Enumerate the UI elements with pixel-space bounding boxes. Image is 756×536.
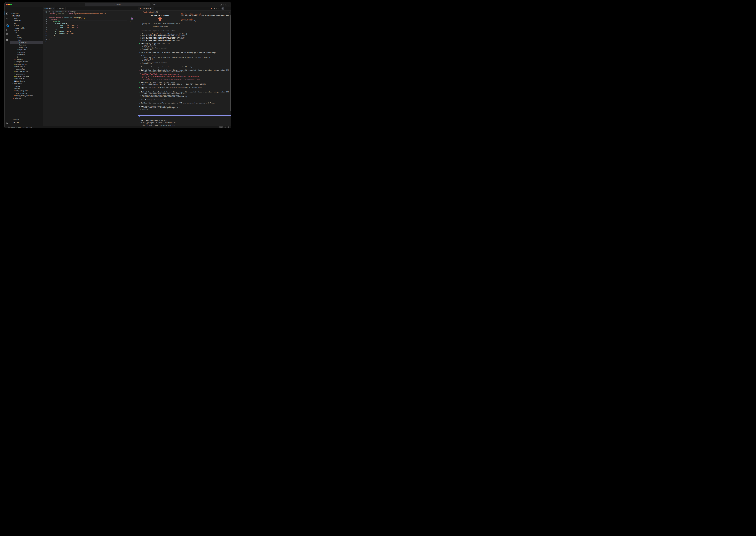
new-terminal-icon[interactable]: +	[214, 8, 215, 9]
status-errors[interactable]: ⊘0	[26, 126, 28, 128]
close-icon[interactable]: ×	[54, 8, 54, 9]
split-terminal-icon[interactable]	[219, 8, 220, 9]
code-editor[interactable]: 123456789101112131415 import { AppShell …	[43, 13, 138, 126]
activity-item-explorer[interactable]	[5, 12, 10, 15]
tree-item-package-json[interactable]: {}package.json	[10, 73, 43, 75]
tab-settings[interactable]: Settings	[55, 7, 66, 11]
branch-icon	[16, 126, 18, 128]
tree-item-globals-css[interactable]: #globals.css	[10, 46, 43, 49]
chevron-right-icon: ›	[14, 27, 15, 29]
status-branch[interactable]: main*	[16, 126, 22, 128]
tree-item-test[interactable]: ›test	[10, 39, 43, 41]
activity-item-claude[interactable]	[5, 38, 10, 42]
activity-item-run-debug[interactable]	[5, 28, 10, 31]
tree-item-page-tsx[interactable]: page.tsx	[10, 41, 43, 44]
panel-more-actions-icon[interactable]: ···	[226, 8, 228, 10]
tree-item-public[interactable]: ›public	[10, 29, 43, 32]
tree-item-next-config-ts[interactable]: TSnext.config.ts	[10, 68, 43, 70]
lock-icon[interactable]	[222, 7, 224, 10]
tree-item-docs-roles[interactable]: ›docs / roles	[10, 82, 43, 85]
breadcrumb-item[interactable]: test	[55, 11, 58, 13]
tree-item-day1-recap-md[interactable]: ▼day1_recap.md	[10, 92, 43, 94]
panel-scrollbar[interactable]	[230, 15, 231, 111]
tree-item-node-modules[interactable]: ›node_modules	[10, 27, 43, 29]
activity-item-source-control[interactable]: 16	[5, 23, 10, 26]
tree-item-hoxhunt[interactable]: ›HOXHUNT	[10, 15, 43, 17]
breadcrumb-item[interactable]: TestPage	[68, 11, 76, 13]
command-center-search[interactable]: hoxhunt	[85, 3, 151, 6]
tree-item-favicon-ico[interactable]: ★favicon.ico	[10, 44, 43, 46]
status-bell[interactable]	[228, 126, 229, 128]
tree-item-day2-affinity-board-html[interactable]: <>day2_affinity_board.html	[10, 94, 43, 97]
tree-item--claude[interactable]: ›.claude	[10, 17, 43, 19]
activity-item-search[interactable]	[5, 17, 10, 20]
outline-section[interactable]: › OUTLINE	[10, 118, 45, 121]
tree-item-components-json[interactable]: {}components.json	[10, 61, 43, 63]
tree-item-readme-md[interactable]: ⓘREADME.md	[10, 78, 43, 80]
claude-starburst-icon	[140, 8, 141, 9]
close-window-button[interactable]	[6, 4, 8, 5]
editor-group: page.tsx × Settings ··· app›src›app›test…	[43, 7, 138, 126]
tree-item--gitignore[interactable]: ◆.gitignore	[10, 97, 43, 99]
tree-item-eslint-config-mjs[interactable]: JSeslint.config.mjs	[10, 63, 43, 65]
status-repo[interactable]: hoxhunt	[8, 126, 15, 128]
sliders-icon	[56, 8, 58, 9]
activity-item-account[interactable]	[5, 121, 10, 125]
conversation-gap	[138, 104, 229, 105]
chevron-down-icon[interactable]: ›	[216, 8, 217, 9]
close-icon[interactable]: ×	[152, 8, 152, 9]
minimap[interactable]	[130, 15, 136, 35]
status-zoom-in[interactable]	[219, 126, 223, 128]
tab-claude-code[interactable]: Claude Code ×	[138, 7, 154, 11]
timeline-section[interactable]: › TIMELINE	[10, 121, 45, 123]
tree-item-next-env-d-ts[interactable]: TSnext-env.d.ts	[10, 65, 43, 68]
tab-page-tsx[interactable]: page.tsx ×	[43, 7, 55, 11]
conversation-log[interactable]: ∗ Conversation compacted (ctrl+o for his…	[138, 30, 229, 110]
tree-item-lib[interactable]: ›lib	[10, 56, 43, 58]
customize-layout-icon[interactable]	[220, 4, 222, 6]
tree-item-package-lock-json[interactable]: {}package-lock.json	[10, 70, 43, 73]
tree-item-guides[interactable]: ›guides	[10, 85, 43, 87]
conversation-row: ∟ Running…	[138, 109, 229, 110]
tree-item-layout-tsx[interactable]: layout.tsx	[10, 49, 43, 51]
tree-item-postcss-config-mjs[interactable]: JSpostcss.config.mjs	[10, 75, 43, 78]
new-session-button[interactable]: ›	[152, 3, 157, 6]
tree-item--conductor[interactable]: ›.conductor	[10, 19, 43, 22]
breadcrumb-item[interactable]: page.tsx	[59, 11, 66, 13]
tree-item-app[interactable]: ›app	[10, 22, 43, 24]
info-icon: ⓘ	[14, 78, 16, 80]
breadcrumb-label: src	[49, 11, 51, 13]
tree-item--app-[interactable]: ›(app)	[10, 36, 43, 39]
chevron-right-icon: ›	[17, 37, 18, 38]
breadcrumb-item[interactable]: app	[45, 11, 47, 13]
toggle-secondary-sidebar-icon[interactable]	[228, 4, 230, 6]
tree-item-label: next.config.ts	[16, 68, 25, 70]
breadcrumb-item[interactable]: src	[49, 11, 51, 13]
toggle-primary-sidebar-icon[interactable]	[223, 4, 224, 6]
tree-item-tsconfig-json[interactable]: TStsconfig.json	[10, 80, 43, 82]
tree-item-app[interactable]: ›app	[10, 34, 43, 36]
editor-more-actions-icon[interactable]: ···	[135, 7, 137, 11]
forward-arrow-icon[interactable]: →	[82, 4, 84, 5]
status-sync[interactable]: ↻	[23, 126, 24, 128]
tree-item-day1-recap-html[interactable]: <>day1_recap.html	[10, 89, 43, 92]
tree-item-components[interactable]: ›components	[10, 53, 43, 56]
conversation-row: ∟ Read src/app/(app)/activity-log/page.t…	[138, 38, 229, 39]
activity-item-extensions[interactable]	[5, 33, 10, 36]
back-arrow-icon[interactable]: ←	[79, 4, 81, 5]
sidebar-more-actions-icon[interactable]: ···	[39, 12, 40, 15]
toggle-panel-icon[interactable]	[225, 4, 227, 6]
maximize-window-button[interactable]	[10, 4, 12, 5]
tree-item--next[interactable]: ›.next	[10, 24, 43, 27]
breadcrumb-item[interactable]: app	[52, 11, 54, 13]
tree-item-page-tsx[interactable]: page.tsx	[10, 51, 43, 53]
ts-icon: TS	[14, 68, 16, 70]
tree-item-src[interactable]: ›src	[10, 32, 43, 34]
minimize-window-button[interactable]	[8, 4, 10, 5]
tree-item-outputs[interactable]: ›outputs	[10, 87, 43, 89]
status-warnings[interactable]: △0	[29, 126, 32, 128]
tree-item--gitignore[interactable]: ◆.gitignore	[10, 58, 43, 61]
tips-body: Run /init to create a CLAUDE.md file wit…	[181, 15, 229, 17]
status-copilot[interactable]	[224, 126, 226, 128]
status-remote[interactable]: ><	[6, 126, 7, 128]
